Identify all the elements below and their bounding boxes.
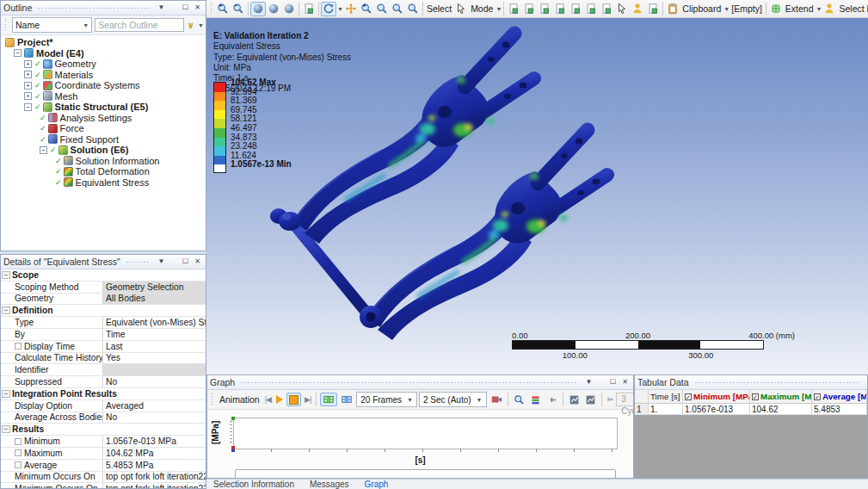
body-filter-icon[interactable] [552, 2, 568, 16]
play-icon[interactable] [274, 393, 285, 406]
skip-to-beginning-icon[interactable]: |◀ [263, 393, 273, 406]
close-icon[interactable]: ✕ [619, 377, 631, 387]
show-mesh-icon[interactable] [301, 2, 317, 16]
wireframe-icon[interactable] [281, 2, 297, 16]
face-filter-icon[interactable] [537, 2, 552, 16]
frames-select[interactable]: 20 Frames▼ [356, 392, 417, 407]
time-column-header[interactable]: Time [s] [649, 390, 683, 403]
stop-icon[interactable] [286, 393, 301, 406]
export-icon[interactable] [545, 393, 559, 406]
collapse-icon[interactable]: − [2, 425, 10, 433]
tree-item-solution-information[interactable]: ✓Solution Information [1, 156, 206, 167]
edge-filter-icon[interactable] [521, 2, 537, 16]
vertex-filter-icon[interactable] [506, 2, 521, 16]
result-sets-icon[interactable] [528, 393, 543, 406]
property-row: Average Across BodiesNo [1, 412, 206, 424]
extend-icon[interactable] [768, 2, 784, 16]
checkbox[interactable] [15, 461, 22, 468]
pan-icon[interactable] [343, 2, 359, 16]
update-contours-icon[interactable] [320, 393, 337, 406]
search-outline-input[interactable] [95, 18, 184, 32]
tab-messages[interactable]: Messages [310, 480, 349, 489]
drag-handle[interactable] [211, 393, 214, 406]
duration-select[interactable]: 2 Sec (Auto)▼ [419, 392, 487, 407]
expand-toggle[interactable]: + [24, 92, 32, 100]
checkbox[interactable] [15, 449, 22, 456]
collapse-icon[interactable]: − [2, 271, 10, 279]
zoom-out-icon[interactable]: − [231, 2, 246, 16]
collapse-toggle[interactable]: − [14, 49, 22, 57]
pin-icon[interactable] [168, 257, 179, 267]
tree-item-equivalent-stress[interactable]: ✓Equivalent Stress [1, 177, 206, 189]
expand-toggle[interactable]: + [24, 71, 32, 78]
collapse-toggle[interactable]: − [40, 146, 47, 154]
select-by-dropdown[interactable]: Select By [839, 3, 868, 14]
check-icon: ✓ [55, 167, 62, 176]
chevron-down-icon[interactable]: ▼ [337, 6, 343, 12]
close-icon[interactable]: ✕ [192, 3, 203, 13]
average-column-header[interactable]: ✓Average [MPa] [812, 390, 867, 403]
checkbox[interactable] [15, 343, 22, 350]
time-scrollbar[interactable] [235, 469, 616, 479]
plot-canvas[interactable] [233, 418, 618, 449]
export-video-icon[interactable] [489, 393, 504, 406]
pin-icon[interactable] [595, 377, 606, 387]
extend-adjacent-icon[interactable] [599, 2, 614, 16]
zoom-graph-icon[interactable] [512, 393, 526, 406]
checkbox[interactable] [15, 438, 22, 445]
multi-select-icon[interactable] [614, 2, 630, 16]
chart-settings-icon[interactable] [583, 393, 598, 406]
drag-handle[interactable] [4, 18, 8, 32]
rotate-icon[interactable] [321, 2, 336, 16]
expand-toggle[interactable]: + [24, 82, 32, 90]
collapse-icon[interactable]: − [2, 306, 10, 314]
print-preview-icon[interactable] [645, 2, 661, 16]
close-icon[interactable]: ✕ [192, 257, 203, 267]
tab-selection-information[interactable]: Selection Information [213, 480, 294, 489]
bottom-tab-bar: Selection Information Messages Graph [206, 479, 868, 489]
mode-dropdown[interactable]: Mode [471, 3, 493, 14]
minimum-column-header[interactable]: ✓Minimum [MPa] [683, 390, 750, 403]
tab-graph[interactable]: Graph [365, 480, 389, 489]
maximize-icon[interactable]: ☐ [180, 3, 191, 13]
maximize-icon[interactable]: ☐ [607, 377, 619, 387]
select-cursor-icon[interactable] [453, 2, 469, 16]
element-filter-icon[interactable] [583, 2, 599, 16]
update-deformation-icon[interactable] [339, 393, 354, 406]
maximize-icon[interactable]: ☐ [180, 257, 191, 267]
panel-menu-icon[interactable]: ▼ [583, 377, 594, 387]
shaded-exterior-icon[interactable] [266, 2, 281, 16]
filter-options-icon[interactable]: ▼ [198, 22, 204, 28]
skip-to-end-icon[interactable]: ▶| [303, 393, 312, 406]
select-by-icon[interactable] [822, 2, 837, 16]
tree-item-fixed-support[interactable]: ✓Fixed Support [1, 134, 206, 145]
panel-menu-icon[interactable]: ▼ [156, 3, 167, 13]
pin-icon[interactable] [168, 3, 179, 13]
drag-handle[interactable] [210, 2, 213, 15]
shaded-exterior-edges-icon[interactable] [250, 2, 266, 16]
zoom-in-icon[interactable]: + [215, 2, 231, 16]
magnifier-window-icon[interactable] [405, 2, 421, 16]
tree-item-total-deformation[interactable]: ✓Total Deformation [1, 166, 206, 177]
maximum-column-header[interactable]: ✓Maximum [MPa] [750, 390, 812, 403]
box-zoom-icon[interactable] [374, 2, 390, 16]
flag-icon[interactable] [630, 2, 645, 16]
extend-dropdown[interactable]: Extend [785, 3, 814, 14]
expand-collapse-icon[interactable]: ∨ [187, 20, 194, 31]
filter-mode-select[interactable]: Name▼ [12, 17, 92, 33]
zoom-mode-icon[interactable]: + [359, 2, 374, 16]
chart-icon[interactable] [567, 393, 582, 406]
collapse-icon[interactable]: − [2, 390, 10, 398]
details-title: Details of "Equivalent Stress" [3, 257, 120, 267]
table-empty-area [635, 415, 867, 478]
graphics-viewport[interactable]: E: Validation Iteration 2 Equivalent Str… [206, 18, 868, 374]
zoom-to-fit-icon[interactable] [390, 2, 405, 16]
panel-menu-icon[interactable]: ▼ [156, 257, 167, 267]
collapse-toggle[interactable]: − [24, 103, 32, 111]
clipboard-icon[interactable] [665, 2, 680, 16]
clipboard-dropdown[interactable]: Clipboard [682, 3, 721, 14]
expand-toggle[interactable]: + [24, 60, 32, 68]
node-filter-icon[interactable] [568, 2, 583, 16]
table-row[interactable]: 1 1. 1.0567e-013 104.62 5.4853 [635, 404, 867, 415]
tree-item-solution[interactable]: −✓Solution (E6) [1, 145, 206, 156]
